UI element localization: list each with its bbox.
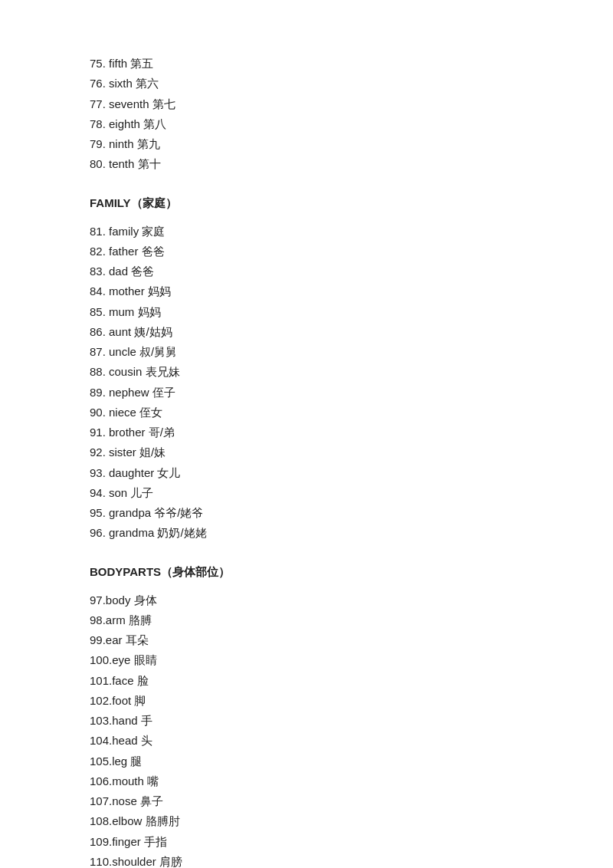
list-item: 81. family 家庭 bbox=[90, 222, 523, 242]
list-item: 110.shoulder 肩膀 bbox=[90, 852, 523, 868]
list-item: 103.hand 手 bbox=[90, 711, 523, 731]
list-item: 77. seventh 第七 bbox=[90, 94, 523, 114]
family-heading: FAMILY（家庭） bbox=[90, 196, 523, 211]
list-item: 91. brother 哥/弟 bbox=[90, 422, 523, 442]
list-item: 93. daughter 女儿 bbox=[90, 463, 523, 483]
main-content: 75. fifth 第五76. sixth 第六77. seventh 第七78… bbox=[0, 0, 613, 868]
list-item: 96. grandma 奶奶/姥姥 bbox=[90, 523, 523, 543]
list-item: 84. mother 妈妈 bbox=[90, 281, 523, 301]
list-item: 98.arm 胳膊 bbox=[90, 610, 523, 630]
list-item: 86. aunt 姨/姑妈 bbox=[90, 322, 523, 342]
list-item: 94. son 儿子 bbox=[90, 483, 523, 503]
list-item: 85. mum 妈妈 bbox=[90, 302, 523, 322]
bodyparts-list: 97.body 身体98.arm 胳膊99.ear 耳朵100.eye 眼睛10… bbox=[90, 590, 523, 869]
list-item: 105.leg 腿 bbox=[90, 751, 523, 771]
list-item: 104.head 头 bbox=[90, 731, 523, 751]
list-item: 76. sixth 第六 bbox=[90, 74, 523, 94]
list-item: 107.nose 鼻子 bbox=[90, 791, 523, 811]
list-item: 82. father 爸爸 bbox=[90, 242, 523, 261]
list-item: 92. sister 姐/妹 bbox=[90, 442, 523, 462]
list-item: 106.mouth 嘴 bbox=[90, 771, 523, 791]
list-item: 97.body 身体 bbox=[90, 590, 523, 610]
list-item: 109.finger 手指 bbox=[90, 832, 523, 852]
list-item: 89. nephew 侄子 bbox=[90, 383, 523, 403]
list-item: 101.face 脸 bbox=[90, 671, 523, 691]
list-item: 100.eye 眼睛 bbox=[90, 650, 523, 670]
list-item: 95. grandpa 爷爷/姥爷 bbox=[90, 503, 523, 523]
list-item: 90. niece 侄女 bbox=[90, 403, 523, 422]
list-item: 87. uncle 叔/舅舅 bbox=[90, 342, 523, 362]
ordinals-list: 75. fifth 第五76. sixth 第六77. seventh 第七78… bbox=[90, 54, 523, 175]
list-item: 99.ear 耳朵 bbox=[90, 630, 523, 650]
list-item: 80. tenth 第十 bbox=[90, 154, 523, 174]
list-item: 88. cousin 表兄妹 bbox=[90, 362, 523, 382]
list-item: 75. fifth 第五 bbox=[90, 54, 523, 74]
bodyparts-heading: BODYPARTS（身体部位） bbox=[90, 565, 523, 580]
list-item: 108.elbow 胳膊肘 bbox=[90, 811, 523, 831]
list-item: 83. dad 爸爸 bbox=[90, 261, 523, 281]
list-item: 78. eighth 第八 bbox=[90, 114, 523, 134]
list-item: 79. ninth 第九 bbox=[90, 134, 523, 154]
list-item: 102.foot 脚 bbox=[90, 691, 523, 711]
family-list: 81. family 家庭82. father 爸爸83. dad 爸爸84. … bbox=[90, 222, 523, 544]
